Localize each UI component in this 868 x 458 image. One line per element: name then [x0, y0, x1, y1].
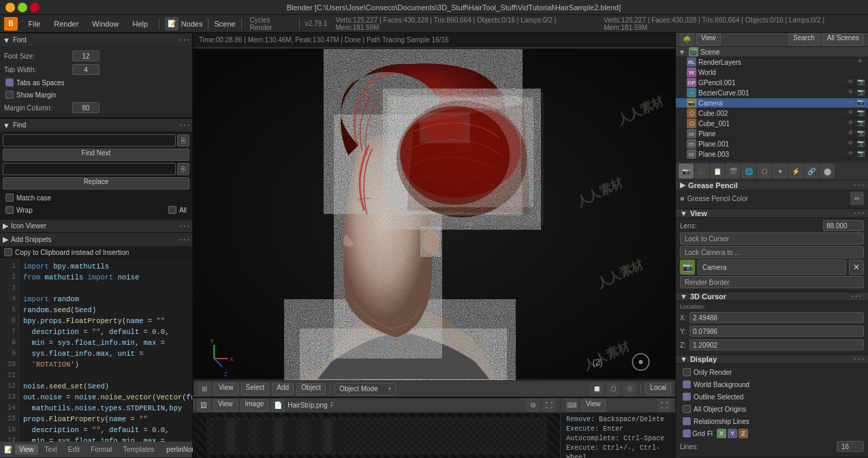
eye-icon-pl[interactable]: 👁 [848, 129, 856, 138]
y-value[interactable]: 0.07986 [689, 326, 864, 337]
menu-file[interactable]: File [23, 18, 46, 29]
render-icon-c1[interactable]: 📷 [857, 119, 865, 127]
render-icon-pl3[interactable]: 📷 [857, 150, 865, 158]
all-scenes-btn[interactable]: All Scenes [822, 33, 864, 46]
text-tab[interactable]: Text [41, 444, 61, 455]
camera-select-btn[interactable]: 📷 [680, 260, 695, 275]
outline-selected-checkbox[interactable] [683, 393, 691, 401]
match-case-row[interactable]: Match case [3, 192, 189, 204]
cube001-item[interactable]: ⬡ Cube_001 👁 📷 [676, 119, 868, 129]
icon-viewer-header[interactable]: ▶ Icon Viewer • • • [0, 219, 192, 232]
bezier-item[interactable]: ~ BezierCurve.001 👁 📷 [676, 88, 868, 98]
viewport-type-icon[interactable]: ⊞ [198, 382, 211, 396]
image-mode-btn[interactable]: Image [241, 399, 269, 412]
image-expand-icon[interactable]: ⛶ [542, 399, 556, 412]
find-copy-icon[interactable]: ⎘ [177, 134, 189, 147]
x-value[interactable]: 2.49488 [689, 312, 864, 323]
edit-tab[interactable]: Edit [64, 444, 84, 455]
shading-icon[interactable]: 🔲 [590, 382, 604, 396]
render-icon-c2[interactable]: 📷 [857, 109, 865, 117]
lock-camera-btn[interactable]: Lock Camera to ... [680, 246, 864, 258]
lens-value[interactable]: 88.000 [823, 220, 864, 231]
find-section-header[interactable]: ▼ Find • • • [0, 118, 192, 132]
add-snippets-header[interactable]: ▶ Add Snippets • • • [0, 232, 192, 246]
cursor-section-header[interactable]: ▼ 3D Cursor • • • [676, 292, 868, 301]
templates-tab[interactable]: Templates [119, 444, 159, 455]
tabs-as-spaces-checkbox[interactable] [5, 78, 14, 87]
render-icon-gp[interactable]: 📷 [857, 78, 865, 87]
world-bg-checkbox[interactable] [683, 380, 691, 388]
object-btn[interactable]: Object [296, 383, 326, 395]
show-margin-row[interactable]: Show Margin [3, 89, 189, 101]
render-border-btn[interactable]: Render Border [680, 276, 864, 288]
script-type-icon[interactable]: 📝 [4, 443, 12, 457]
outliner-view-btn[interactable]: View [696, 33, 721, 46]
python-console-content[interactable]: Remove: Backspace/Delete Execute: Enter … [561, 413, 675, 458]
menu-window[interactable]: Window [87, 18, 124, 29]
code-content[interactable]: import bpy.mathutils from mathutils impo… [19, 258, 192, 442]
replace-input-field[interactable] [3, 163, 176, 175]
render-mode-icon[interactable]: ⬡ [606, 382, 620, 396]
constraint-tab[interactable]: 🔗 [804, 164, 819, 179]
world-item[interactable]: W World [676, 67, 868, 78]
render-icon-pl[interactable]: 📷 [857, 129, 865, 138]
eye-icon-pl3[interactable]: 👁 [848, 150, 856, 158]
camera-item[interactable]: 📷 Camera 👁 📷 [676, 98, 868, 108]
image-editor-icon[interactable]: 🖼 [197, 399, 211, 412]
image-file-icon[interactable]: 📄 [271, 399, 285, 412]
gp-edit-icon[interactable]: ✏ [850, 192, 864, 205]
cube002-item[interactable]: ⬡ Cube.002 👁 📷 [676, 108, 868, 119]
relationship-lines-checkbox[interactable] [683, 417, 691, 425]
z-axis-btn[interactable]: Z [739, 429, 748, 438]
font-section-header[interactable]: ▼ Font • • • [0, 33, 192, 46]
copy-to-clipboard-row[interactable]: Copy to Clipboard instead of Insertion [0, 246, 192, 258]
tabs-as-spaces-row[interactable]: Tabs as Spaces [3, 76, 189, 89]
x-axis-btn[interactable]: X [717, 429, 726, 438]
replace-button[interactable]: Replace [3, 177, 189, 189]
grid-floor-row[interactable]: Grid Fl X Y Z [680, 427, 864, 440]
margin-column-value[interactable]: 80 [72, 102, 99, 113]
outline-selected-row[interactable]: Outline Selected [680, 391, 864, 403]
font-size-value[interactable]: 12 [72, 50, 99, 61]
console-view-btn[interactable]: View [581, 399, 606, 412]
all-obj-origins-checkbox[interactable] [683, 405, 691, 413]
view-tab[interactable]: View [15, 444, 38, 455]
search-btn[interactable]: Search [788, 33, 820, 46]
lines-value[interactable]: 16 [837, 441, 864, 452]
display-section-header[interactable]: ▼ Display • • • [676, 355, 868, 364]
scene-tab[interactable]: 🎬 [726, 164, 741, 179]
view-btn[interactable]: View [214, 383, 238, 395]
close-button[interactable] [30, 3, 40, 12]
copy-clipboard-checkbox[interactable] [4, 248, 12, 256]
render-icon-cam[interactable]: 📷 [857, 99, 865, 107]
console-icon[interactable]: ⌨ [565, 399, 578, 412]
tab-width-value[interactable]: 4 [72, 64, 99, 75]
menu-render[interactable]: Render [48, 18, 84, 29]
render-tab-icon[interactable]: 🎥 [694, 164, 709, 179]
material-tab[interactable]: ⬤ [820, 164, 835, 179]
menu-help[interactable]: Help [127, 18, 153, 29]
all-checkbox[interactable] [168, 206, 176, 214]
world-tab[interactable]: 🌐 [741, 164, 756, 179]
render-icon-bz[interactable]: 📷 [857, 89, 865, 97]
scene-outliner-item[interactable]: ▼ 🎬 Scene [676, 47, 868, 57]
plane001-item[interactable]: ▭ Plane.001 👁 📷 [676, 139, 868, 149]
view-section-header[interactable]: ▼ View • • • [676, 209, 868, 218]
world-bg-row[interactable]: World Background [680, 378, 864, 391]
select-btn[interactable]: Select [241, 383, 270, 395]
image-view-btn[interactable]: View [213, 399, 238, 412]
z-value[interactable]: 1.20902 [689, 339, 864, 350]
y-axis-btn[interactable]: Y [728, 429, 737, 438]
camera-dropdown[interactable]: Camera [698, 260, 846, 275]
eye-icon-rl[interactable]: 👁 [857, 58, 865, 66]
match-case-checkbox[interactable] [5, 194, 14, 202]
find-input-field[interactable] [3, 134, 176, 147]
lock-to-cursor-btn[interactable]: Lock to Cursor [680, 232, 864, 245]
grid-floor-checkbox[interactable] [683, 429, 691, 438]
grease-pencil-header[interactable]: ▶ Grease Pencil • • • [676, 181, 868, 189]
renderlayers-item[interactable]: RL RenderLayers 👁 [676, 57, 868, 67]
wrap-checkbox[interactable] [5, 206, 14, 214]
render-icon-pl1[interactable]: 📷 [857, 140, 865, 148]
physics-tab[interactable]: ⚡ [788, 164, 803, 179]
eye-icon-cam[interactable]: 👁 [848, 99, 856, 107]
